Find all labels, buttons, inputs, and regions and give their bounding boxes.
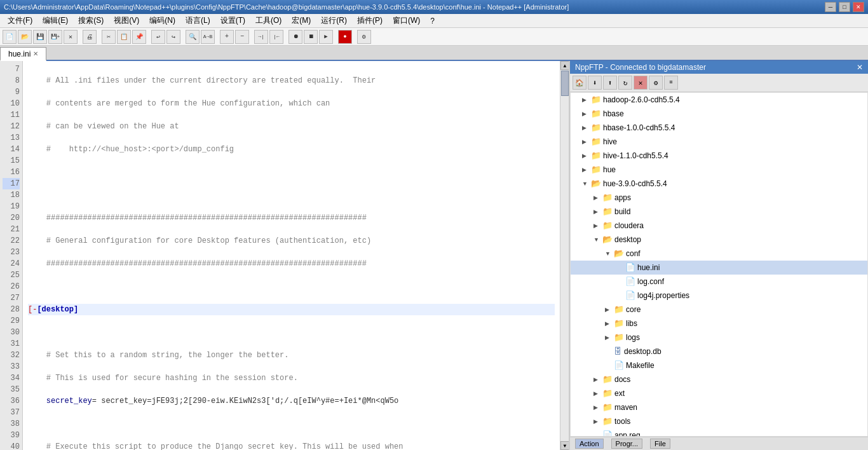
menu-help[interactable]: ? bbox=[425, 14, 440, 27]
scroll-thumb[interactable] bbox=[561, 71, 569, 96]
menu-lang[interactable]: 语言(L) bbox=[180, 14, 215, 27]
tree-item-hive-cdh[interactable]: ▶ 📁 hive-1.1.0-cdh5.5.4 bbox=[571, 149, 867, 163]
settings-btn[interactable]: ⚙ bbox=[357, 30, 371, 44]
tree-item-libs[interactable]: ▶ 📁 libs bbox=[571, 317, 867, 331]
scroll-up-arrow[interactable]: ▲ bbox=[560, 61, 569, 70]
tree-item-maven[interactable]: ▶ 📁 maven bbox=[571, 400, 867, 414]
zoom-in-button[interactable]: + bbox=[220, 30, 234, 44]
tree-item-logs[interactable]: ▶ 📁 logs bbox=[571, 331, 867, 344]
code-area[interactable]: # All .ini files under the current direc… bbox=[23, 61, 560, 450]
cut-button[interactable]: ✂ bbox=[102, 30, 116, 44]
tree-arrow-logs[interactable]: ▶ bbox=[605, 332, 614, 343]
tree-arrow-tools[interactable]: ▶ bbox=[593, 416, 602, 427]
tree-item-hue-ini[interactable]: 📄 hue.ini bbox=[571, 261, 867, 275]
ftp-refresh-button[interactable]: ↻ bbox=[618, 76, 632, 90]
menu-encode[interactable]: 编码(N) bbox=[144, 14, 180, 27]
tree-item-hue[interactable]: ▶ 📁 hue bbox=[571, 163, 867, 177]
tree-item-hbase[interactable]: ▶ 📁 hbase bbox=[571, 107, 867, 121]
tree-arrow-hive-cdh[interactable]: ▶ bbox=[582, 150, 591, 161]
tree-item-hue-cdh[interactable]: ▼ 📂 hue-3.9.0-cdh5.5.4 bbox=[571, 177, 867, 191]
tree-arrow-build[interactable]: ▶ bbox=[593, 206, 602, 217]
indent-button[interactable]: →| bbox=[254, 30, 268, 44]
tab-close-icon[interactable]: ✕ bbox=[33, 50, 38, 57]
close-button[interactable]: ✕ bbox=[64, 30, 78, 44]
tree-item-core[interactable]: ▶ 📁 core bbox=[571, 303, 867, 317]
menu-tools[interactable]: 工具(O) bbox=[250, 14, 287, 27]
tree-item-cloudera[interactable]: ▶ 📁 cloudera bbox=[571, 219, 867, 233]
tree-item-conf[interactable]: ▼ 📂 conf bbox=[571, 247, 867, 261]
tree-item-apps[interactable]: ▶ 📁 apps bbox=[571, 191, 867, 205]
tree-arrow-desktop[interactable]: ▼ bbox=[593, 234, 602, 245]
ftp-abort-button[interactable]: ✕ bbox=[634, 76, 648, 90]
tree-item-tools[interactable]: ▶ 📁 tools bbox=[571, 414, 867, 428]
tree-arrow-cloudera[interactable]: ▶ bbox=[593, 220, 602, 231]
menu-window[interactable]: 窗口(W) bbox=[388, 14, 425, 27]
tree-arrow-hive[interactable]: ▶ bbox=[582, 136, 591, 147]
tree-item-desktop[interactable]: ▼ 📂 desktop bbox=[571, 233, 867, 247]
open-button[interactable]: 📂 bbox=[18, 30, 32, 44]
menu-view[interactable]: 视图(V) bbox=[109, 14, 144, 27]
menu-settings[interactable]: 设置(T) bbox=[215, 14, 250, 27]
macro-play-button[interactable]: ▶ bbox=[319, 30, 333, 44]
tree-item-hbase-cdh[interactable]: ▶ 📁 hbase-1.0.0-cdh5.5.4 bbox=[571, 121, 867, 135]
tree-item-build[interactable]: ▶ 📁 build bbox=[571, 205, 867, 219]
ftp-list-button[interactable]: ≡ bbox=[664, 76, 678, 90]
tree-arrow-hbase-cdh[interactable]: ▶ bbox=[582, 122, 591, 133]
ftp-settings-button[interactable]: ⚙ bbox=[649, 76, 663, 90]
tree-item-app-reg[interactable]: 📄 app.reg bbox=[571, 428, 867, 437]
ftp-file-tree[interactable]: ▶ 📁 hadoop-2.6.0-cdh5.5.4 ▶ 📁 hbase ▶ 📁 … bbox=[570, 92, 868, 437]
menu-edit[interactable]: 编辑(E) bbox=[37, 14, 73, 27]
scroll-track[interactable] bbox=[560, 70, 569, 441]
macro-stop-button[interactable]: ⏹ bbox=[304, 30, 318, 44]
print-button[interactable]: 🖨 bbox=[83, 30, 97, 44]
new-button[interactable]: 📄 bbox=[3, 30, 17, 44]
tree-item-desktop-db[interactable]: 🗄 desktop.db bbox=[571, 344, 867, 358]
paste-button[interactable]: 📌 bbox=[132, 30, 146, 44]
redo-button[interactable]: ↪ bbox=[166, 30, 180, 44]
minimize-button[interactable]: ─ bbox=[825, 2, 836, 12]
scroll-down-arrow[interactable]: ▼ bbox=[560, 441, 569, 450]
run-button[interactable]: ● bbox=[338, 30, 352, 44]
tree-item-ext[interactable]: ▶ 📁 ext bbox=[571, 386, 867, 400]
menu-run[interactable]: 运行(R) bbox=[316, 14, 352, 27]
tree-arrow-ext[interactable]: ▶ bbox=[593, 388, 602, 399]
find-button[interactable]: 🔍 bbox=[186, 30, 200, 44]
status-tab-action[interactable]: Action bbox=[575, 439, 604, 449]
editor-vertical-scrollbar[interactable]: ▲ ▼ bbox=[560, 61, 569, 450]
menu-plugins[interactable]: 插件(P) bbox=[352, 14, 388, 27]
tree-item-log-conf[interactable]: 📄 log.conf bbox=[571, 275, 867, 289]
zoom-out-button[interactable]: − bbox=[235, 30, 249, 44]
tree-arrow-conf[interactable]: ▼ bbox=[605, 248, 614, 259]
maximize-button[interactable]: □ bbox=[839, 2, 850, 12]
save-button[interactable]: 💾 bbox=[33, 30, 47, 44]
tree-arrow-hue[interactable]: ▶ bbox=[582, 164, 591, 175]
undo-button[interactable]: ↩ bbox=[151, 30, 165, 44]
tree-item-docs[interactable]: ▶ 📁 docs bbox=[571, 372, 867, 386]
ftp-home-button[interactable]: 🏠 bbox=[573, 76, 587, 90]
ftp-close-icon[interactable]: ✕ bbox=[857, 63, 863, 72]
replace-button[interactable]: A→B bbox=[201, 30, 215, 44]
ftp-upload-button[interactable]: ⬆ bbox=[603, 76, 617, 90]
close-button[interactable]: ✕ bbox=[853, 2, 864, 12]
tree-item-hive[interactable]: ▶ 📁 hive bbox=[571, 135, 867, 149]
tree-arrow-hadoop[interactable]: ▶ bbox=[582, 94, 591, 106]
tree-arrow-hue-cdh[interactable]: ▼ bbox=[582, 178, 591, 189]
tree-arrow-hbase[interactable]: ▶ bbox=[582, 108, 591, 119]
menu-macro[interactable]: 宏(M) bbox=[287, 14, 316, 27]
tree-item-makefile-desktop[interactable]: 📄 Makefile bbox=[571, 358, 867, 372]
tree-arrow-docs[interactable]: ▶ bbox=[593, 374, 602, 385]
macro-record-button[interactable]: ⏺ bbox=[288, 30, 302, 44]
tree-item-log4j[interactable]: 📄 log4j.properties bbox=[571, 289, 867, 303]
status-tab-progress[interactable]: Progr... bbox=[611, 439, 642, 449]
save-all-button[interactable]: 💾+ bbox=[48, 30, 62, 44]
tree-arrow-libs[interactable]: ▶ bbox=[605, 318, 614, 329]
tree-arrow-apps[interactable]: ▶ bbox=[593, 192, 602, 203]
tab-hue-ini[interactable]: hue.ini ✕ bbox=[0, 47, 46, 61]
copy-button[interactable]: 📋 bbox=[117, 30, 131, 44]
tree-arrow-maven[interactable]: ▶ bbox=[593, 402, 602, 413]
menu-search[interactable]: 搜索(S) bbox=[73, 14, 109, 27]
tree-item-hadoop[interactable]: ▶ 📁 hadoop-2.6.0-cdh5.5.4 bbox=[571, 93, 867, 107]
tree-arrow-core[interactable]: ▶ bbox=[605, 304, 614, 315]
ftp-download-button[interactable]: ⬇ bbox=[588, 76, 602, 90]
status-tab-file[interactable]: File bbox=[650, 439, 670, 449]
